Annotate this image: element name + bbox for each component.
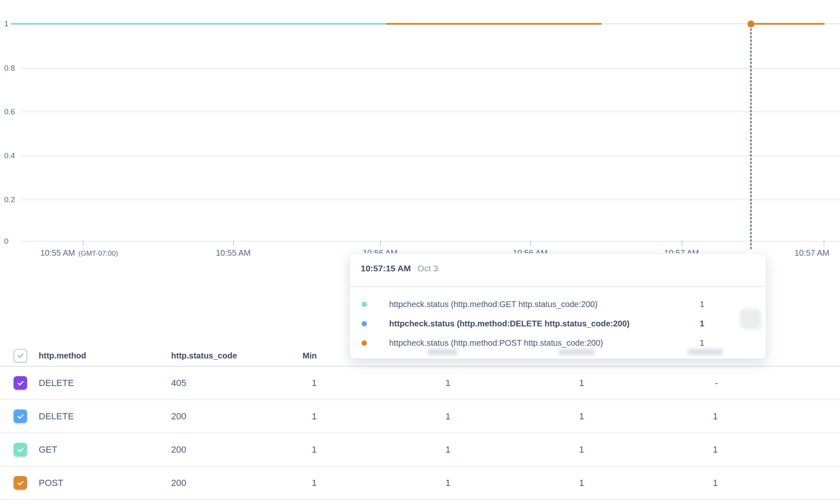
table-row[interactable]: DELETE 200 1 1 1 1 [0, 400, 840, 433]
tooltip-divider [350, 286, 766, 287]
cell-value: 1 [584, 444, 718, 455]
cell-value: - [584, 378, 718, 388]
tooltip-series-row: httpcheck.status (http.method:GET http.s… [350, 295, 766, 314]
gridline-0-2 [21, 199, 840, 200]
tooltip-series-row: httpcheck.status (http.method:POST http.… [350, 333, 766, 353]
x-axis-tick [83, 240, 84, 246]
y-axis-tick: 0 [4, 237, 9, 246]
row-checkbox[interactable] [14, 409, 27, 423]
y-axis-tick: 0.6 [4, 107, 15, 116]
y-axis-tick: 0.4 [4, 151, 15, 160]
x-axis-tick [824, 240, 824, 246]
check-icon [16, 351, 25, 360]
series-value: 1 [700, 300, 704, 309]
metrics-page: 1 0.8 0.6 0.4 0.2 0 10:55 AM(GMT-07:00) … [0, 0, 840, 504]
table-header-checkbox-cell [0, 349, 39, 363]
cell-status-code: 200 [171, 411, 253, 422]
cell-value: 1 [317, 444, 450, 455]
cell-value: 1 [317, 411, 450, 422]
cell-value: 1 [450, 478, 584, 488]
tooltip-series-list: httpcheck.status (http.method:GET http.s… [350, 295, 766, 353]
cell-method: DELETE [39, 411, 171, 422]
column-header-method[interactable]: http.method [39, 351, 171, 361]
series-label: httpcheck.status (http.method:GET http.s… [389, 300, 598, 309]
series-value: 1 [700, 338, 704, 348]
cell-value: 1 [584, 411, 718, 422]
line-series-post-b [751, 23, 825, 25]
x-axis-label: 10:57 AM [794, 248, 829, 258]
row-checkbox[interactable] [14, 443, 27, 456]
cell-min: 1 [253, 411, 317, 422]
y-axis-tick: 0.8 [4, 64, 15, 73]
chart-tooltip: 10:57:15 AMOct 3 httpcheck.status (http.… [350, 253, 766, 359]
row-checkbox[interactable] [14, 476, 27, 490]
cell-method: DELETE [39, 378, 171, 388]
table-row[interactable]: GET 200 1 1 1 1 [0, 433, 840, 467]
cell-value: 1 [317, 378, 450, 388]
cell-status-code: 200 [171, 478, 253, 488]
series-color-dot [362, 340, 367, 346]
check-icon [16, 479, 25, 487]
timeseries-chart[interactable]: 1 0.8 0.6 0.4 0.2 0 10:55 AM(GMT-07:00) … [0, 0, 840, 263]
crosshair-line [750, 25, 752, 249]
y-axis-tick: 1 [4, 19, 9, 28]
x-axis-tick [233, 240, 234, 246]
x-axis-label: 10:55 AM(GMT-07:00) [40, 248, 118, 258]
gridline-0-6 [21, 111, 840, 112]
table-row[interactable]: DELETE 405 1 1 1 - [0, 367, 840, 400]
gridline-0-4 [21, 155, 840, 156]
cell-value: 1 [450, 411, 584, 422]
line-series-post-a [386, 23, 602, 25]
cell-value: 1 [450, 378, 584, 388]
cell-value: 1 [584, 478, 718, 488]
y-axis-tick: 0.2 [4, 195, 15, 204]
x-axis-tick [380, 240, 381, 246]
series-color-dot [362, 321, 367, 326]
tooltip-timestamp: 10:57:15 AMOct 3 [361, 264, 438, 273]
check-icon [16, 379, 25, 387]
table-row[interactable]: POST 200 1 1 1 1 [0, 467, 840, 500]
cell-min: 1 [253, 478, 317, 488]
tooltip-date: Oct 3 [418, 264, 438, 273]
cell-status-code: 200 [171, 444, 253, 455]
cell-status-code: 405 [171, 378, 253, 388]
x-axis-tick [682, 240, 682, 246]
check-icon [16, 412, 25, 421]
column-header-status-code[interactable]: http.status_code [171, 351, 253, 361]
cell-method: GET [39, 444, 171, 455]
line-series-get [11, 23, 386, 25]
cell-value: 1 [317, 478, 450, 488]
cell-min: 1 [253, 444, 317, 455]
metrics-summary-table: http.method http.status_code Min DELETE … [0, 345, 840, 500]
cell-method: POST [39, 478, 171, 488]
timezone-suffix: (GMT-07:00) [79, 250, 118, 257]
select-all-checkbox[interactable] [14, 349, 27, 363]
cell-value: 1 [450, 444, 584, 455]
series-color-dot [362, 302, 367, 307]
tooltip-series-row-highlighted: httpcheck.status (http.method:DELETE htt… [350, 314, 766, 333]
x-axis-label: 10:55 AM [216, 248, 251, 258]
series-label: httpcheck.status (http.method:POST http.… [389, 338, 603, 348]
series-label: httpcheck.status (http.method:DELETE htt… [389, 319, 630, 328]
column-header-min[interactable]: Min [253, 351, 317, 361]
check-icon [16, 446, 25, 454]
gridline-0-8 [21, 68, 840, 69]
series-value: 1 [700, 319, 704, 328]
tooltip-time: 10:57:15 AM [361, 264, 411, 273]
cell-min: 1 [253, 378, 317, 388]
hover-point-marker [747, 21, 754, 28]
gridline-0 [21, 241, 840, 242]
x-axis-tick [530, 240, 531, 246]
row-checkbox[interactable] [14, 376, 27, 390]
